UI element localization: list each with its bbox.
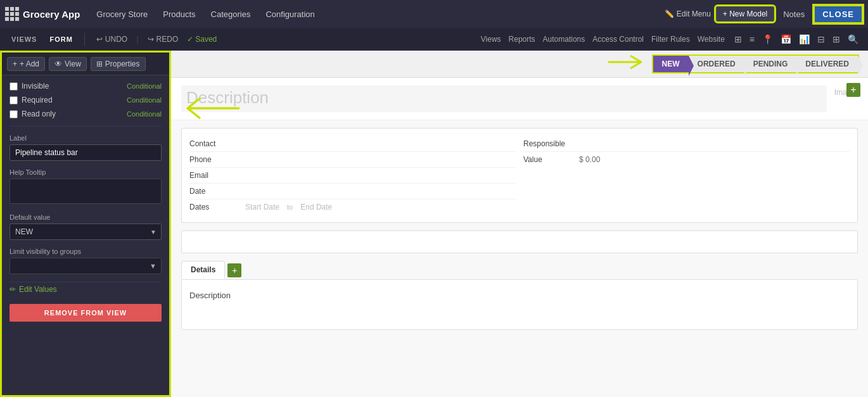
automations-link[interactable]: Automations (543, 35, 585, 44)
date-row: Date (189, 184, 516, 199)
help-tooltip-input[interactable] (10, 179, 162, 204)
contact-row: Contact (189, 136, 516, 152)
form-left-col: Contact Phone Email Date (189, 136, 516, 215)
close-button[interactable]: CLOSE (814, 5, 863, 23)
stage-bar: NEW ORDERED PENDING DELIVERED (171, 51, 868, 78)
invisible-checkbox[interactable] (10, 82, 18, 91)
icon-grid[interactable]: ⊞ (732, 33, 744, 46)
grid-icon (5, 7, 19, 21)
invisible-conditional[interactable]: Conditional (127, 82, 162, 90)
phone-row: Phone (189, 152, 516, 168)
label-input[interactable] (10, 144, 162, 161)
pencil-small-icon: ✏ (10, 285, 16, 294)
tab-details[interactable]: Details (181, 261, 225, 279)
reports-link[interactable]: Reports (509, 35, 535, 44)
default-value-label: Default value (10, 213, 162, 221)
form-header: + Description Image (171, 78, 868, 120)
label-field-label: Label (10, 134, 162, 142)
icon-location[interactable]: 📍 (760, 33, 775, 46)
views-link[interactable]: Views (481, 35, 501, 44)
undo-button[interactable]: ↩ UNDO (93, 33, 131, 46)
stage-delivered-button[interactable]: DELIVERED (796, 56, 858, 72)
second-bar-right: Views Reports Automations Access Control… (481, 33, 860, 46)
saved-badge: ✓ Saved (187, 35, 217, 44)
form-input-line[interactable] (181, 230, 858, 253)
sidebar: + + Add 👁 View ⊞ Properties Invisible (0, 51, 171, 397)
layout: + + Add 👁 View ⊞ Properties Invisible (0, 51, 868, 397)
default-value-group: Default value NEW ORDERED PENDING DELIVE… (10, 213, 162, 240)
email-label: Email (189, 171, 240, 180)
edit-menu-button[interactable]: ✏️ Edit Menu (665, 9, 711, 18)
icon-search[interactable]: 🔍 (846, 33, 860, 46)
redo-button[interactable]: ↪ REDO (144, 33, 182, 46)
form-title-placeholder: Description (181, 85, 827, 112)
required-checkbox[interactable] (10, 96, 18, 104)
dates-label: Dates (189, 203, 240, 211)
form-tab[interactable]: FORM (46, 33, 76, 46)
icon-calendar[interactable]: 📅 (779, 33, 793, 46)
description-row: Description (189, 287, 850, 303)
add-section-button[interactable]: + (846, 83, 860, 97)
tab-add-button[interactable]: + (227, 263, 241, 277)
help-tooltip-label: Help Tooltip (10, 168, 162, 176)
remove-from-view-button[interactable]: REMOVE FROM VIEW (10, 304, 162, 322)
right-arrow-annotation (602, 51, 653, 73)
icon-chart[interactable]: 📊 (797, 33, 812, 46)
readonly-row: Read only Conditional (10, 110, 162, 118)
readonly-conditional[interactable]: Conditional (127, 110, 162, 118)
redo-icon: ↪ (148, 35, 154, 44)
form-area: + Description Image Contact Phone (171, 78, 868, 397)
plus-icon: + (13, 60, 17, 68)
properties-button[interactable]: ⊞ Properties (91, 57, 146, 71)
email-row: Email (189, 168, 516, 184)
visibility-label: Limit visibility to groups (10, 248, 162, 255)
filter-rules-link[interactable]: Filter Rules (651, 35, 690, 44)
tab-content: Description (181, 279, 858, 330)
required-conditional[interactable]: Conditional (127, 96, 162, 104)
new-model-button[interactable]: + New Model (716, 6, 774, 22)
app-logo: Grocery App (5, 7, 80, 21)
website-link[interactable]: Website (698, 35, 725, 44)
tabs-bar: Details + (181, 261, 858, 279)
value-row: Value $ 0.00 (523, 152, 850, 167)
icon-list[interactable]: ≡ (748, 33, 756, 46)
stage-pending-button[interactable]: PENDING (744, 56, 797, 72)
add-button[interactable]: + + Add (7, 57, 45, 71)
icon-table[interactable]: ⊟ (815, 33, 827, 46)
date-to-label: to (287, 203, 293, 211)
invisible-label: Invisible (22, 82, 49, 91)
nav-links: Grocery Store Products Categories Config… (90, 7, 665, 22)
dates-row: Dates Start Date to End Date (189, 199, 516, 215)
readonly-checkbox[interactable] (10, 110, 18, 118)
view-button[interactable]: 👁 View (49, 57, 87, 71)
second-bar: VIEWS FORM ↩ UNDO | ↪ REDO ✓ Saved Views… (0, 28, 868, 51)
content-area: NEW ORDERED PENDING DELIVERED + Descript… (171, 51, 868, 397)
visibility-input[interactable] (10, 258, 162, 274)
sidebar-content: Invisible Conditional Required Condition… (2, 75, 169, 395)
views-tab[interactable]: VIEWS (8, 33, 41, 46)
notes-button[interactable]: Notes (779, 7, 808, 22)
visibility-group: Limit visibility to groups ▼ (10, 248, 162, 274)
edit-values-button[interactable]: ✏ Edit Values (10, 282, 162, 296)
responsible-row: Responsible (523, 136, 850, 152)
stage-buttons: NEW ORDERED PENDING DELIVERED (653, 56, 858, 72)
nav-categories[interactable]: Categories (205, 7, 257, 22)
undo-icon: ↩ (96, 35, 103, 44)
nav-configuration[interactable]: Configuration (259, 7, 321, 22)
end-date-placeholder: End Date (300, 203, 332, 211)
value-amount: $ 0.00 (579, 155, 850, 164)
pencil-icon: ✏️ (665, 9, 674, 18)
description-label: Description (189, 291, 240, 300)
top-nav: Grocery App Grocery Store Products Categ… (0, 0, 868, 28)
stage-new-button[interactable]: NEW (653, 56, 689, 72)
label-field-group: Label (10, 134, 162, 161)
stage-ordered-button[interactable]: ORDERED (689, 56, 744, 72)
form-body: Contact Phone Email Date (171, 120, 868, 337)
nav-products[interactable]: Products (156, 7, 201, 22)
phone-label: Phone (189, 155, 240, 164)
nav-grocery-store[interactable]: Grocery Store (90, 7, 154, 22)
icon-spreadsheet[interactable]: ⊞ (831, 33, 842, 46)
right-actions: ✏️ Edit Menu + New Model Notes CLOSE (665, 5, 863, 23)
default-value-select[interactable]: NEW ORDERED PENDING DELIVERED (10, 224, 162, 240)
access-control-link[interactable]: Access Control (592, 35, 644, 44)
